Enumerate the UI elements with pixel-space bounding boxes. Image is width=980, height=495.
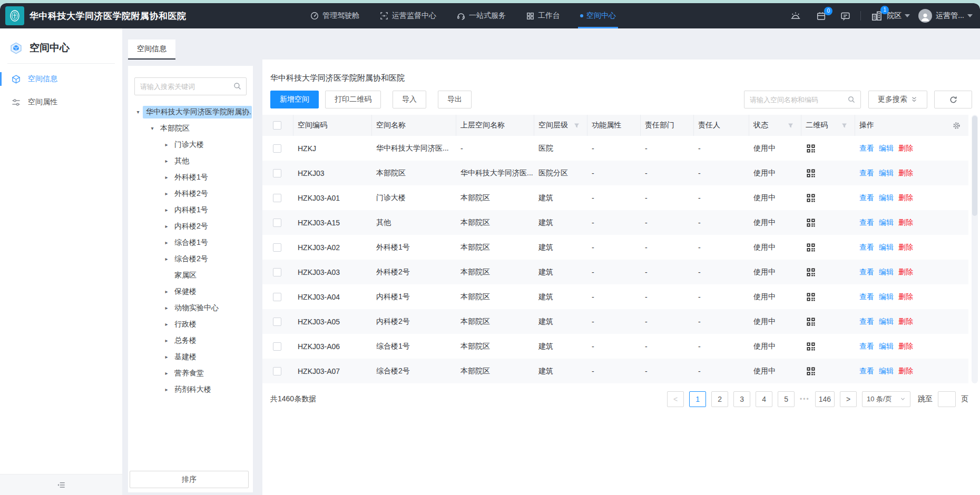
edit-link[interactable]: 编辑 xyxy=(879,268,894,277)
caret-right-icon[interactable]: ▸ xyxy=(162,387,171,392)
tree-node-label[interactable]: 外科楼1号 xyxy=(171,171,211,184)
delete-link[interactable]: 删除 xyxy=(898,367,913,376)
edit-link[interactable]: 编辑 xyxy=(879,193,894,203)
tree-node-label[interactable]: 综合楼1号 xyxy=(171,236,211,249)
tree-node[interactable]: ▸综合楼1号 xyxy=(130,234,252,251)
tree-node[interactable]: 家属区 xyxy=(130,267,252,283)
page-ellipsis[interactable]: ••• xyxy=(800,395,810,403)
tree-node-label[interactable]: 营养食堂 xyxy=(171,367,207,380)
caret-right-icon[interactable]: ▸ xyxy=(162,289,171,294)
view-link[interactable]: 查看 xyxy=(859,317,874,326)
caret-right-icon[interactable]: ▸ xyxy=(162,321,171,327)
edit-link[interactable]: 编辑 xyxy=(879,317,894,326)
qr-code-icon[interactable] xyxy=(806,366,816,377)
view-link[interactable]: 查看 xyxy=(859,268,874,277)
page-size-select[interactable]: 10 条/页 xyxy=(862,391,910,407)
caret-right-icon[interactable]: ▸ xyxy=(162,174,171,180)
caret-right-icon[interactable]: ▸ xyxy=(162,142,171,147)
row-checkbox[interactable] xyxy=(273,318,281,326)
tree-node[interactable]: ▸内科楼1号 xyxy=(130,202,252,218)
import-button[interactable]: 导入 xyxy=(393,91,426,108)
view-link[interactable]: 查看 xyxy=(859,342,874,351)
delete-link[interactable]: 删除 xyxy=(898,342,913,351)
edit-link[interactable]: 编辑 xyxy=(879,243,894,252)
tree-node[interactable]: ▸基建楼 xyxy=(130,349,252,365)
caret-right-icon[interactable]: ▸ xyxy=(162,354,171,360)
sort-button[interactable]: 排序 xyxy=(130,471,249,488)
refresh-button[interactable] xyxy=(934,91,972,108)
nav-item-1[interactable]: 运营监督中心 xyxy=(379,3,436,28)
tree-node-label[interactable]: 本部院区 xyxy=(157,122,193,135)
qr-code-icon[interactable] xyxy=(806,292,816,302)
view-link[interactable]: 查看 xyxy=(859,218,874,227)
edit-link[interactable]: 编辑 xyxy=(879,169,894,178)
qr-code-icon[interactable] xyxy=(806,267,816,278)
tree-node-label[interactable]: 总务楼 xyxy=(171,334,200,347)
qr-code-icon[interactable] xyxy=(806,143,816,154)
row-checkbox[interactable] xyxy=(273,243,281,252)
tree-node[interactable]: ▸综合楼2号 xyxy=(130,251,252,267)
tree-node[interactable]: ▸内科楼2号 xyxy=(130,218,252,234)
view-link[interactable]: 查看 xyxy=(859,144,874,153)
edit-link[interactable]: 编辑 xyxy=(879,342,894,351)
column-settings-icon[interactable] xyxy=(952,121,961,130)
view-link[interactable]: 查看 xyxy=(859,292,874,302)
nav-item-3[interactable]: 工作台 xyxy=(526,3,560,28)
user-caret-icon[interactable] xyxy=(967,14,973,17)
menu-fold-icon[interactable] xyxy=(56,480,66,490)
qr-code-icon[interactable] xyxy=(806,242,816,253)
campus-caret-icon[interactable] xyxy=(905,14,910,17)
row-checkbox[interactable] xyxy=(273,219,281,227)
campus-icon[interactable]: 1 xyxy=(870,9,883,22)
qr-code-icon[interactable] xyxy=(806,316,816,327)
row-checkbox[interactable] xyxy=(273,144,281,153)
caret-right-icon[interactable]: ▸ xyxy=(162,207,171,213)
caret-right-icon[interactable]: ▸ xyxy=(162,240,171,245)
page-button-2[interactable]: 2 xyxy=(711,391,728,407)
view-link[interactable]: 查看 xyxy=(859,193,874,203)
view-link[interactable]: 查看 xyxy=(859,367,874,376)
tree-node[interactable]: ▾华中科技大学同济医学院附属协... xyxy=(130,104,252,120)
delete-link[interactable]: 删除 xyxy=(898,169,913,178)
caret-right-icon[interactable]: ▸ xyxy=(162,256,171,262)
caret-right-icon[interactable]: ▸ xyxy=(162,191,171,196)
print-qr-button[interactable]: 打印二维码 xyxy=(325,91,381,108)
caret-right-icon[interactable]: ▸ xyxy=(162,370,171,376)
page-button-1[interactable]: 1 xyxy=(689,391,706,407)
row-checkbox[interactable] xyxy=(273,293,281,301)
filter-icon[interactable] xyxy=(841,122,848,129)
sidebar-collapse-bar[interactable] xyxy=(0,474,122,495)
user-label[interactable]: 运营管... xyxy=(936,11,964,21)
alarm-icon[interactable] xyxy=(790,10,801,22)
tree-node[interactable]: ▸行政楼 xyxy=(130,316,252,332)
tree-node[interactable]: ▸外科楼1号 xyxy=(130,169,252,185)
qr-code-icon[interactable] xyxy=(806,193,816,203)
qr-code-icon[interactable] xyxy=(806,168,816,179)
filter-icon[interactable] xyxy=(787,122,794,129)
more-search-button[interactable]: 更多搜索 xyxy=(868,91,927,108)
tree-node[interactable]: ▸营养食堂 xyxy=(130,365,252,381)
tree-node-label[interactable]: 内科楼2号 xyxy=(171,220,211,233)
tree-node-label[interactable]: 保健楼 xyxy=(171,285,200,298)
tab-space-info[interactable]: 空间信息 xyxy=(128,39,175,60)
nav-item-2[interactable]: 一站式服务 xyxy=(456,3,506,28)
qr-code-icon[interactable] xyxy=(806,341,816,352)
jump-page-input[interactable] xyxy=(938,391,956,407)
delete-link[interactable]: 删除 xyxy=(898,317,913,326)
tree-node[interactable]: ▾本部院区 xyxy=(130,120,252,136)
todo-icon[interactable]: 0 xyxy=(816,11,827,22)
page-button-5[interactable]: 5 xyxy=(778,391,795,407)
page-button-last[interactable]: 146 xyxy=(815,391,835,407)
message-icon[interactable] xyxy=(840,11,851,22)
row-checkbox[interactable] xyxy=(273,367,281,375)
edit-link[interactable]: 编辑 xyxy=(879,218,894,227)
table-scrollbar[interactable] xyxy=(972,115,978,383)
select-all-checkbox[interactable] xyxy=(273,121,281,130)
tree-node[interactable]: ▸外科楼2号 xyxy=(130,185,252,202)
caret-right-icon[interactable]: ▸ xyxy=(162,305,171,311)
tree-node-label[interactable]: 门诊大楼 xyxy=(171,138,207,151)
sidebar-item-0[interactable]: 空间信息 xyxy=(0,67,122,91)
delete-link[interactable]: 删除 xyxy=(898,193,913,203)
row-checkbox[interactable] xyxy=(273,169,281,177)
row-checkbox[interactable] xyxy=(273,342,281,351)
